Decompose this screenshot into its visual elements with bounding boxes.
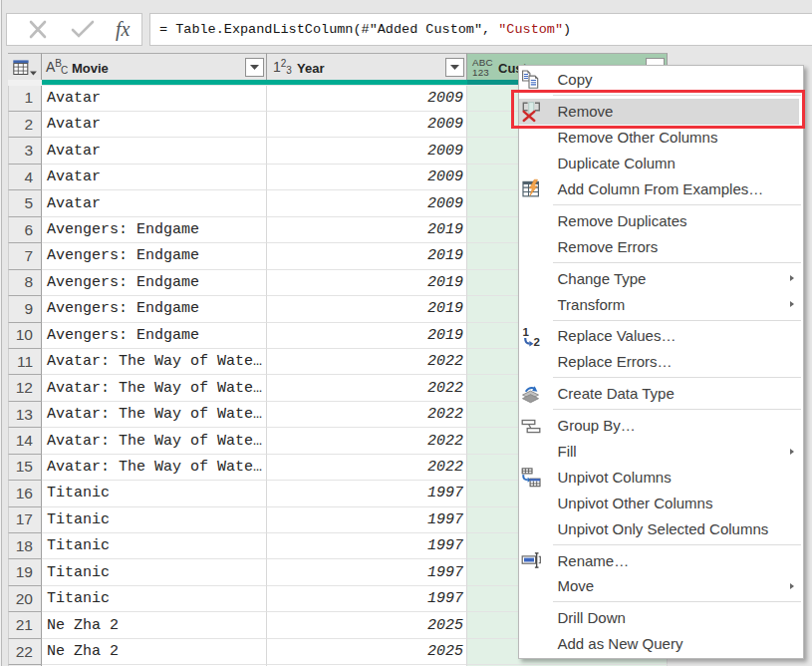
svg-text:fx: fx (116, 18, 131, 41)
svg-text:1: 1 (522, 326, 529, 338)
svg-text:2: 2 (533, 336, 539, 348)
